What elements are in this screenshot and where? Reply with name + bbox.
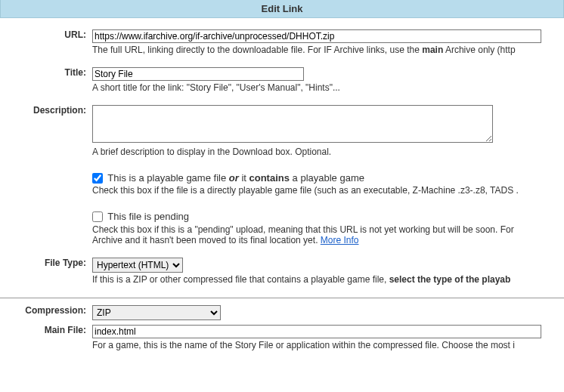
pending-label: This file is pending: [107, 211, 189, 223]
url-input[interactable]: [92, 29, 541, 43]
description-input[interactable]: [92, 105, 493, 143]
description-hint: A brief description to display in the Do…: [92, 147, 561, 157]
title-hint: A short title for the link: "Story File"…: [92, 82, 561, 93]
compression-label: Compression:: [0, 303, 89, 323]
filetype-label: File Type:: [0, 255, 89, 287]
playable-hint: Check this box if the file is a directly…: [92, 185, 561, 196]
page-title: Edit Link: [262, 3, 303, 14]
pending-hint: Check this box if this is a "pending" up…: [92, 224, 561, 245]
mainfile-label: Main File:: [0, 323, 89, 353]
playable-checkbox[interactable]: [92, 173, 103, 184]
compression-select[interactable]: ZIP: [92, 305, 221, 320]
url-hint: The full URL, linking directly to the do…: [92, 45, 561, 55]
title-input[interactable]: [92, 67, 304, 81]
url-label: URL:: [0, 27, 89, 57]
compression-section: Compression: ZIP Main File: For a game, …: [0, 303, 564, 353]
edit-link-form: URL: The full URL, linking directly to t…: [0, 27, 564, 287]
more-info-link[interactable]: More Info: [321, 235, 359, 245]
mainfile-input[interactable]: [92, 325, 541, 338]
description-label: Description:: [0, 103, 89, 159]
playable-label: This is a playable game file or it conta…: [107, 172, 364, 184]
section-divider: [0, 298, 564, 298]
filetype-hint: If this is a ZIP or other compressed fil…: [92, 274, 561, 285]
title-label: Title:: [0, 65, 89, 95]
pending-checkbox[interactable]: [92, 211, 103, 222]
mainfile-hint: For a game, this is the name of the Stor…: [92, 340, 561, 350]
page-header: Edit Link: [0, 0, 564, 18]
filetype-select[interactable]: Hypertext (HTML): [92, 258, 183, 273]
